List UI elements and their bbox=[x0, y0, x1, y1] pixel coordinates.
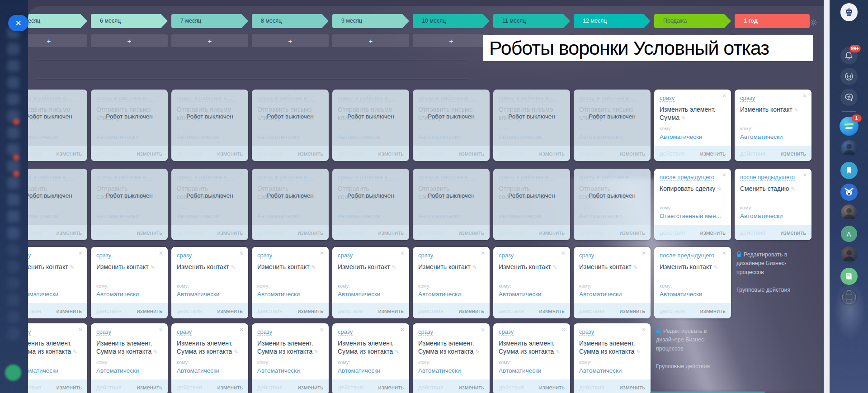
card-edit-button[interactable]: изменить bbox=[458, 229, 484, 236]
to-value-link[interactable]: Автоматически bbox=[28, 291, 82, 298]
close-button[interactable]: ✕ bbox=[8, 15, 28, 31]
close-card-icon[interactable]: ✕ bbox=[159, 327, 163, 333]
card-edit-button[interactable]: изменить bbox=[780, 150, 806, 157]
card-actions-button[interactable]: действия bbox=[418, 229, 443, 236]
robot-avatar[interactable] bbox=[840, 4, 858, 21]
globe-avatar[interactable] bbox=[840, 289, 858, 306]
edit-pencil-icon[interactable]: ✎ bbox=[153, 349, 158, 355]
user-avatar[interactable] bbox=[841, 204, 857, 221]
close-card-icon[interactable]: ✕ bbox=[561, 327, 566, 333]
robot-trigger-link[interactable]: сразу bbox=[177, 252, 192, 259]
robot-trigger-link[interactable]: сразу bbox=[338, 328, 353, 336]
card-edit-button[interactable]: изменить bbox=[217, 308, 243, 314]
to-value-link[interactable]: Автоматически bbox=[177, 291, 243, 298]
card-edit-button[interactable]: изменить bbox=[700, 150, 726, 157]
edit-pencil-icon[interactable]: ✎ bbox=[794, 107, 799, 113]
card-edit-button[interactable]: изменить bbox=[297, 384, 323, 391]
edit-pencil-icon[interactable]: ✎ bbox=[714, 264, 718, 270]
close-card-icon[interactable]: ✕ bbox=[802, 93, 807, 99]
card-actions-button[interactable]: действия bbox=[28, 384, 41, 391]
card-edit-button[interactable]: изменить bbox=[458, 384, 484, 391]
to-value-link[interactable]: Автоматически bbox=[177, 367, 243, 374]
edit-pencil-icon[interactable]: ✎ bbox=[392, 264, 396, 270]
to-value-link[interactable]: Автоматически bbox=[660, 291, 726, 298]
card-actions-button[interactable]: действия bbox=[177, 308, 202, 314]
card-edit-button[interactable]: изменить bbox=[619, 384, 645, 391]
group-actions-link[interactable]: Групповые действия bbox=[736, 286, 812, 294]
card-actions-button[interactable]: действия bbox=[579, 229, 604, 236]
card-actions-button[interactable]: действия bbox=[96, 150, 122, 157]
card-edit-button[interactable]: изменить bbox=[56, 308, 82, 314]
notes-app-icon[interactable] bbox=[840, 268, 858, 285]
add-robot-button[interactable]: + bbox=[413, 34, 490, 47]
card-actions-button[interactable]: действия bbox=[257, 308, 283, 314]
card-actions-button[interactable]: действия bbox=[257, 229, 283, 236]
to-value-link[interactable]: Автоматически bbox=[338, 291, 404, 298]
add-robot-button[interactable]: + bbox=[28, 34, 87, 47]
card-actions-button[interactable]: действия bbox=[499, 384, 524, 391]
robot-trigger-link[interactable]: после предыдущего bbox=[740, 174, 795, 181]
to-value-link[interactable]: Автоматически bbox=[28, 367, 82, 374]
to-value-link[interactable]: Автоматически bbox=[338, 367, 404, 374]
add-robot-button[interactable]: + bbox=[91, 34, 168, 47]
close-card-icon[interactable]: ✕ bbox=[642, 250, 646, 256]
card-actions-button[interactable]: действия bbox=[660, 308, 685, 314]
edit-pencil-icon[interactable]: ✎ bbox=[556, 349, 560, 355]
card-edit-button[interactable]: изменить bbox=[137, 308, 162, 314]
card-actions-button[interactable]: действия bbox=[96, 229, 122, 236]
robot-trigger-link[interactable]: сразу, в рабочее время bbox=[28, 174, 75, 181]
card-actions-button[interactable]: действия bbox=[418, 308, 443, 314]
to-value-link[interactable]: Автоматически bbox=[96, 291, 162, 298]
card-edit-button[interactable]: изменить bbox=[700, 308, 726, 314]
edit-pencil-icon[interactable]: ✎ bbox=[311, 264, 316, 270]
to-value-link[interactable]: Автоматически bbox=[418, 367, 484, 374]
card-actions-button[interactable]: действия bbox=[579, 384, 604, 391]
card-edit-button[interactable]: изменить bbox=[378, 229, 404, 236]
to-value-link[interactable]: Автоматически bbox=[660, 133, 726, 140]
card-edit-button[interactable]: изменить bbox=[217, 229, 243, 236]
close-card-icon[interactable]: ✕ bbox=[159, 250, 163, 256]
robot-trigger-link[interactable]: сразу bbox=[257, 328, 272, 336]
robot-trigger-link[interactable]: после предыдущего bbox=[660, 174, 714, 181]
robot-trigger-link[interactable]: сразу bbox=[177, 328, 192, 336]
bookmark-app-icon[interactable] bbox=[840, 162, 858, 179]
card-actions-button[interactable]: действия bbox=[257, 384, 283, 391]
scrollbar-track[interactable] bbox=[824, 0, 830, 393]
to-value-link[interactable]: Автоматически bbox=[96, 367, 162, 374]
robot-trigger-link[interactable]: сразу bbox=[28, 328, 31, 336]
robot-trigger-link[interactable]: сразу bbox=[579, 328, 594, 336]
card-actions-button[interactable]: действия bbox=[338, 150, 363, 157]
activity-icon[interactable] bbox=[840, 68, 858, 85]
robot-trigger-link[interactable]: сразу, в рабочее время bbox=[257, 174, 316, 181]
robot-trigger-link[interactable]: сразу bbox=[28, 252, 31, 259]
edit-pencil-icon[interactable]: ✎ bbox=[70, 264, 75, 270]
card-actions-button[interactable]: действия bbox=[740, 150, 765, 157]
to-value-link[interactable]: Автоматически bbox=[257, 367, 323, 374]
card-edit-button[interactable]: изменить bbox=[619, 308, 645, 314]
pipeline-settings-gear-icon[interactable] bbox=[810, 19, 817, 26]
notifications-bell-icon[interactable]: 99+ bbox=[840, 47, 858, 64]
card-actions-button[interactable]: действия bbox=[96, 308, 122, 314]
card-edit-button[interactable]: изменить bbox=[539, 384, 565, 391]
close-card-icon[interactable]: ✕ bbox=[320, 250, 324, 256]
stage-tab[interactable]: 1 год bbox=[735, 14, 810, 28]
to-value-link[interactable]: Автоматически bbox=[579, 291, 645, 298]
dog-app-icon[interactable] bbox=[840, 184, 858, 201]
card-edit-button[interactable]: изменить bbox=[297, 308, 323, 314]
card-actions-button[interactable]: действия bbox=[338, 229, 363, 236]
robot-trigger-link[interactable]: сразу bbox=[499, 252, 514, 259]
to-value-link[interactable]: Автоматически bbox=[579, 367, 645, 374]
card-edit-button[interactable]: изменить bbox=[780, 229, 806, 236]
to-value-link[interactable]: Автоматически bbox=[499, 367, 565, 374]
close-card-icon[interactable]: ✕ bbox=[400, 250, 405, 256]
stage-tab[interactable]: 12 месяц bbox=[574, 14, 651, 28]
card-actions-button[interactable]: действия bbox=[579, 150, 604, 157]
robot-trigger-link[interactable]: сразу, в рабочее время bbox=[499, 174, 557, 181]
robot-trigger-link[interactable]: сразу bbox=[338, 252, 353, 259]
robot-trigger-link[interactable]: сразу, в рабочее время bbox=[257, 95, 316, 102]
card-edit-button[interactable]: изменить bbox=[458, 308, 484, 314]
edit-pencil-icon[interactable]: ✎ bbox=[73, 349, 77, 355]
close-card-icon[interactable]: ✕ bbox=[320, 327, 324, 333]
stage-tab[interactable]: 7 месяц bbox=[171, 14, 248, 28]
close-card-icon[interactable]: ✕ bbox=[239, 327, 244, 333]
